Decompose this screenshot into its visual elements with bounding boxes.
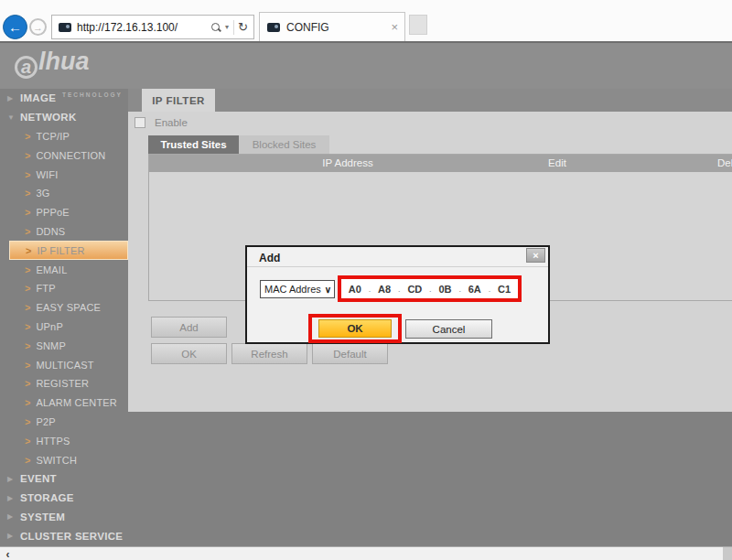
mac-octet-5[interactable]: 6A xyxy=(468,284,481,295)
mac-octet-3[interactable]: CD xyxy=(407,284,422,295)
sidebar-item-label: HTTPS xyxy=(36,436,70,447)
collapsed-arrow-icon: ▶ xyxy=(0,532,20,540)
sidebar-item-network[interactable]: ▼ NETWORK xyxy=(0,108,128,127)
page-tab-strip xyxy=(128,89,732,112)
dialog-titlebar xyxy=(247,247,548,267)
sub-arrow-icon: > xyxy=(25,455,30,466)
sidebar-item-label: WIFI xyxy=(36,169,58,180)
sidebar-menu: ▶ IMAGE ▼ NETWORK > TCP/IP > CONNECTION … xyxy=(0,89,128,546)
refresh-button[interactable]: Refresh xyxy=(231,343,307,364)
tab-trusted-sites[interactable]: Trusted Sites xyxy=(148,135,239,154)
sub-arrow-icon: > xyxy=(25,416,30,427)
sidebar-item-label: CONNECTION xyxy=(36,150,105,161)
dialog-title: Add xyxy=(259,252,280,264)
sidebar-item-multicast[interactable]: > MULTICAST xyxy=(0,355,128,374)
sidebar-item-alarm-center[interactable]: > ALARM CENTER xyxy=(0,393,128,413)
sidebar-item-label: MULTICAST xyxy=(36,360,93,371)
sidebar-item-3g[interactable]: > 3G xyxy=(0,184,128,203)
ok-button[interactable]: OK xyxy=(151,343,227,364)
enable-checkbox[interactable] xyxy=(135,117,145,128)
enable-label: Enable xyxy=(155,117,188,128)
sidebar-item-tcpip[interactable]: > TCP/IP xyxy=(0,127,128,146)
add-dialog: Add × MAC Addres ∨ A0 . A8 . CD . 0B . 6… xyxy=(245,245,550,344)
sidebar-item-easy-space[interactable]: > EASY SPACE xyxy=(0,298,128,318)
expanded-arrow-icon: ▼ xyxy=(0,113,20,122)
dahua-logo: alhua TECHNOLOGY xyxy=(15,49,90,79)
browser-tab[interactable]: CONFIG × xyxy=(259,12,405,41)
sidebar-item-label: EASY SPACE xyxy=(36,302,101,313)
mac-octet-4[interactable]: 0B xyxy=(438,284,451,295)
logo-circle-a: a xyxy=(15,56,38,79)
scrollbar-thumb[interactable] xyxy=(16,547,723,560)
sidebar-item-image[interactable]: ▶ IMAGE xyxy=(0,89,128,108)
sidebar-item-switch[interactable]: > SWITCH xyxy=(0,450,128,469)
sidebar-item-ftp[interactable]: > FTP xyxy=(0,279,128,298)
sub-arrow-icon: > xyxy=(25,378,30,389)
page-tab-ip-filter[interactable]: IP FILTER xyxy=(142,89,215,112)
mac-address-input[interactable]: A0 . A8 . CD . 0B . 6A . C1 xyxy=(341,279,518,298)
site-tabs: Trusted Sites Blocked Sites xyxy=(148,135,329,154)
default-button[interactable]: Default xyxy=(312,343,388,364)
scroll-left-button[interactable]: ‹ xyxy=(0,547,16,560)
tab-close-icon[interactable]: × xyxy=(391,20,398,34)
address-type-select[interactable]: MAC Addres ∨ xyxy=(260,280,335,298)
sidebar-item-label: ALARM CENTER xyxy=(36,397,117,408)
sidebar-item-upnp[interactable]: > UPnP xyxy=(0,318,128,337)
sub-arrow-icon: > xyxy=(25,340,30,351)
dialog-cancel-button[interactable]: Cancel xyxy=(405,319,492,339)
sidebar-item-snmp[interactable]: > SNMP xyxy=(0,336,128,355)
collapsed-arrow-icon: ▶ xyxy=(0,475,20,483)
sidebar-item-p2p[interactable]: > P2P xyxy=(0,413,128,432)
sidebar-item-label: EMAIL xyxy=(36,264,67,275)
sidebar-item-label: SWITCH xyxy=(36,455,77,466)
add-button[interactable]: Add xyxy=(151,317,227,338)
sidebar-item-email[interactable]: > EMAIL xyxy=(0,260,128,279)
new-tab-button[interactable] xyxy=(409,15,427,35)
forward-button[interactable]: → xyxy=(29,18,47,36)
sub-arrow-icon: > xyxy=(25,302,30,313)
sidebar-item-storage[interactable]: ▶ STORAGE xyxy=(0,489,128,508)
sub-arrow-icon: > xyxy=(25,397,30,408)
mac-octet-6[interactable]: C1 xyxy=(498,284,511,295)
sub-arrow-icon: > xyxy=(25,169,30,180)
sidebar-item-connection[interactable]: > CONNECTION xyxy=(0,145,128,165)
dialog-close-button[interactable]: × xyxy=(526,248,545,263)
sidebar-item-register[interactable]: > REGISTER xyxy=(0,374,128,393)
sidebar-item-label: CLUSTER SERVICE xyxy=(20,531,123,542)
collapsed-arrow-icon: ▶ xyxy=(0,94,20,102)
sidebar-item-event[interactable]: ▶ EVENT xyxy=(0,469,128,489)
sidebar-item-system[interactable]: ▶ SYSTEM xyxy=(0,508,128,527)
search-icon[interactable] xyxy=(210,22,221,33)
sub-arrow-icon: > xyxy=(25,436,30,447)
sub-arrow-icon: > xyxy=(25,150,30,161)
sidebar-item-label: 3G xyxy=(36,188,49,199)
sidebar-item-label: FTP xyxy=(36,283,55,294)
chevron-left-icon: ‹ xyxy=(6,548,10,560)
table-header: IP Address Edit Delete xyxy=(149,155,732,172)
sidebar-item-ddns[interactable]: > DDNS xyxy=(0,222,128,242)
sidebar-item-https[interactable]: > HTTPS xyxy=(0,431,128,450)
logo-text: lhua xyxy=(38,48,90,75)
mac-octet-2[interactable]: A8 xyxy=(378,284,391,295)
enable-row: Enable xyxy=(135,117,188,128)
sidebar-item-label: TCP/IP xyxy=(36,131,70,142)
tab-blocked-sites[interactable]: Blocked Sites xyxy=(239,135,329,154)
sub-arrow-icon: > xyxy=(25,321,30,332)
dialog-ok-button[interactable]: OK xyxy=(318,319,392,338)
back-button[interactable]: ← xyxy=(3,15,27,39)
collapsed-arrow-icon: ▶ xyxy=(0,512,20,521)
search-caret-icon[interactable]: ▾ xyxy=(225,23,229,31)
tab-favicon-icon xyxy=(267,23,280,32)
refresh-icon[interactable]: ↻ xyxy=(238,20,248,34)
mac-separator: . xyxy=(429,285,432,294)
mac-octet-1[interactable]: A0 xyxy=(349,284,361,295)
url-text[interactable]: http://172.16.13.100/ xyxy=(77,21,210,34)
sidebar-item-pppoe[interactable]: > PPPoE xyxy=(0,203,128,222)
sub-arrow-icon: > xyxy=(25,360,30,371)
sidebar-item-cluster-service[interactable]: ▶ CLUSTER SERVICE xyxy=(0,526,128,545)
horizontal-scrollbar[interactable]: ‹ xyxy=(0,546,732,560)
sub-arrow-icon: > xyxy=(25,188,30,199)
sidebar-item-wifi[interactable]: > WIFI xyxy=(0,165,128,184)
sidebar-item-ip-filter[interactable]: > IP FILTER xyxy=(9,241,128,260)
address-bar[interactable]: http://172.16.13.100/ ▾ ↻ xyxy=(51,15,254,39)
